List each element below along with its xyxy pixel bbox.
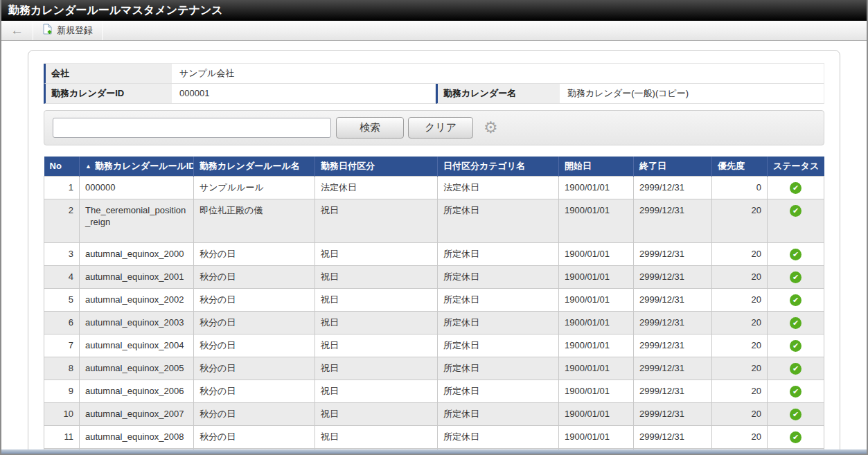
cell-date-class-category: 法定休日 (438, 176, 559, 199)
cell-start-date: 1900/01/01 (559, 380, 634, 402)
cell-status: ✔ (768, 265, 824, 288)
cell-status: ✔ (768, 199, 824, 242)
toolbar-separator (102, 21, 103, 40)
status-active-icon: ✔ (790, 182, 801, 194)
cell-rule-name: 秋分の日 (194, 380, 315, 402)
cell-work-date-class: 祝日 (315, 334, 438, 357)
cell-priority: 20 (712, 334, 768, 357)
cell-start-date: 1900/01/01 (559, 334, 634, 357)
status-active-icon: ✔ (790, 271, 801, 283)
cell-start-date: 1900/01/01 (559, 199, 634, 242)
status-active-icon: ✔ (790, 205, 801, 217)
calendar-id-value: 000001 (172, 84, 436, 104)
cell-rule-id: autumnal_equinox_2001 (80, 265, 194, 288)
cell-start-date: 1900/01/01 (559, 425, 634, 448)
cell-priority: 20 (712, 199, 768, 242)
cell-no: 7 (44, 334, 80, 357)
cell-rule-name: 即位礼正殿の儀 (194, 199, 315, 242)
cell-rule-name: 秋分の日 (194, 425, 315, 448)
company-label: 会社 (44, 64, 172, 84)
table-row[interactable]: 4autumnal_equinox_2001秋分の日祝日所定休日1900/01/… (44, 265, 824, 288)
cell-status: ✔ (768, 242, 824, 265)
cell-date-class-category: 所定休日 (438, 334, 559, 357)
cell-work-date-class: 祝日 (315, 265, 438, 288)
column-header-col-priority[interactable]: 優先度 (712, 157, 768, 176)
cell-rule-name: 秋分の日 (194, 242, 315, 265)
cell-status: ✔ (768, 402, 824, 425)
cell-rule-name: 秋分の日 (194, 402, 315, 425)
cell-status: ✔ (768, 380, 824, 402)
cell-start-date: 1900/01/01 (559, 265, 634, 288)
status-active-icon: ✔ (790, 386, 801, 398)
sort-ascending-icon: ▲ (85, 163, 91, 170)
table-row[interactable]: 6autumnal_equinox_2003秋分の日祝日所定休日1900/01/… (44, 311, 824, 334)
cell-date-class-category: 所定休日 (438, 357, 559, 380)
new-document-icon (42, 24, 53, 37)
cell-rule-id: autumnal_equinox_2005 (80, 357, 194, 380)
column-header-col-end-date[interactable]: 終了日 (634, 157, 712, 176)
table-row[interactable]: 11autumnal_equinox_2008秋分の日祝日所定休日1900/01… (44, 425, 824, 448)
cell-end-date: 2999/12/31 (634, 402, 712, 425)
cell-work-date-class: 祝日 (315, 380, 438, 402)
cell-start-date: 1900/01/01 (559, 402, 634, 425)
app-window: 勤務カレンダールールマスタメンテナンス ← 新規登録 会社 サンプル会社 勤務カ… (0, 0, 868, 455)
cell-rule-id: The_ceremonial_position_reign (80, 199, 194, 242)
table-row[interactable]: 3autumnal_equinox_2000秋分の日祝日所定休日1900/01/… (44, 242, 824, 265)
cell-start-date: 1900/01/01 (559, 311, 634, 334)
cell-priority: 20 (712, 265, 768, 288)
back-arrow-icon: ← (10, 24, 24, 37)
cell-date-class-category: 所定休日 (438, 425, 559, 448)
cell-start-date: 1900/01/01 (559, 357, 634, 380)
status-active-icon: ✔ (790, 249, 801, 260)
cell-rule-name: 秋分の日 (194, 265, 315, 288)
cell-work-date-class: 祝日 (315, 199, 438, 242)
table-row[interactable]: 7autumnal_equinox_2004秋分の日祝日所定休日1900/01/… (44, 334, 824, 357)
column-header-col-no[interactable]: No (44, 157, 80, 176)
cell-rule-id: autumnal_equinox_2000 (80, 242, 194, 265)
cell-no: 9 (44, 380, 80, 402)
cell-work-date-class: 祝日 (315, 425, 438, 448)
cell-date-class-category: 所定休日 (438, 199, 559, 242)
cell-no: 2 (44, 199, 80, 242)
cell-no: 3 (44, 242, 80, 265)
gear-icon[interactable]: ⚙ (484, 120, 498, 136)
table-row[interactable]: 2The_ceremonial_position_reign即位礼正殿の儀祝日所… (44, 199, 824, 242)
column-header-col-status[interactable]: ステータス (768, 157, 824, 176)
cell-date-class-category: 所定休日 (438, 265, 559, 288)
table-row[interactable]: 10autumnal_equinox_2007秋分の日祝日所定休日1900/01… (44, 402, 824, 425)
page-title: 勤務カレンダールールマスタメンテナンス (1, 0, 867, 21)
calendar-id-label: 勤務カレンダーID (44, 84, 172, 104)
cell-priority: 0 (712, 176, 768, 199)
cell-date-class-category: 所定休日 (438, 288, 559, 311)
new-registration-button[interactable]: 新規登録 (33, 21, 102, 40)
company-value: サンプル会社 (172, 64, 824, 84)
table-row[interactable]: 9autumnal_equinox_2006秋分の日祝日所定休日1900/01/… (44, 380, 824, 402)
cell-end-date: 2999/12/31 (634, 311, 712, 334)
column-header-col-work-date-class[interactable]: 勤務日付区分 (315, 157, 438, 176)
cell-no: 6 (44, 311, 80, 334)
calendar-name-label: 勤務カレンダー名 (436, 84, 560, 104)
status-active-icon: ✔ (790, 363, 801, 375)
cell-status: ✔ (768, 288, 824, 311)
column-header-col-rule-id[interactable]: ▲勤務カレンダールールID (80, 157, 194, 176)
back-button[interactable]: ← (1, 21, 33, 40)
cell-priority: 20 (712, 425, 768, 448)
cell-end-date: 2999/12/31 (634, 265, 712, 288)
column-header-col-start-date[interactable]: 開始日 (559, 157, 634, 176)
table-row[interactable]: 8autumnal_equinox_2005秋分の日祝日所定休日1900/01/… (44, 357, 824, 380)
search-button[interactable]: 検索 (336, 117, 404, 139)
calendar-name-value: 勤務カレンダー(一般)(コピー) (560, 84, 824, 104)
table-row[interactable]: 5autumnal_equinox_2002秋分の日祝日所定休日1900/01/… (44, 288, 824, 311)
calendar-info-panel: 会社 サンプル会社 勤務カレンダーID 000001 勤務カレンダー名 勤務カレ… (44, 63, 824, 104)
table-row[interactable]: 1000000サンプルルール法定休日法定休日1900/01/012999/12/… (44, 176, 824, 199)
cell-start-date: 1900/01/01 (559, 242, 634, 265)
column-header-col-date-class-category[interactable]: 日付区分カテゴリ名 (438, 157, 559, 176)
cell-priority: 20 (712, 288, 768, 311)
search-input[interactable] (53, 118, 331, 138)
column-header-col-rule-name[interactable]: 勤務カレンダールール名 (194, 157, 315, 176)
clear-button[interactable]: クリア (408, 117, 473, 139)
cell-no: 1 (44, 176, 80, 199)
cell-end-date: 2999/12/31 (634, 176, 712, 199)
cell-priority: 20 (712, 402, 768, 425)
content-panel: 会社 サンプル会社 勤務カレンダーID 000001 勤務カレンダー名 勤務カレ… (28, 50, 840, 455)
